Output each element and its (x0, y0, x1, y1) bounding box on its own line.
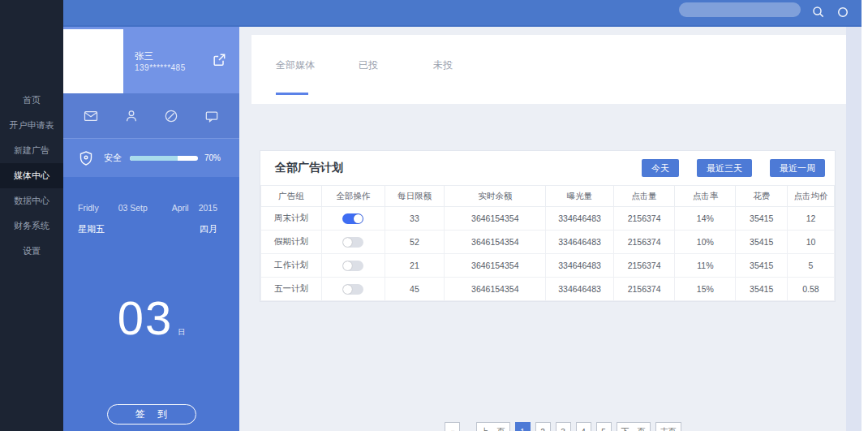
quick-icons-row (63, 93, 239, 138)
cell-ctr: 15% (675, 278, 736, 301)
table-header-row: 广告组全部操作每日限额实时余额曝光量点击量点击率花费点击均价 (261, 186, 835, 207)
avatar[interactable] (63, 29, 123, 93)
pagination-page-5[interactable]: 5 (596, 422, 612, 431)
month-cn: 四月 (200, 223, 217, 235)
month-en: April (172, 203, 189, 213)
calendar-panel: Fridly 03 Setp April 2015 星期五 四月 03日 签 到 (63, 177, 239, 431)
sidebar-item-1[interactable]: 开户申请表 (0, 113, 63, 138)
weekday-cn: 星期五 (78, 223, 105, 235)
row-toggle[interactable] (342, 213, 363, 224)
cell-plan-name: 假期计划 (261, 231, 322, 254)
search-input[interactable] (679, 2, 801, 17)
ring-icon[interactable] (836, 5, 850, 19)
cell-cost: 35415 (736, 231, 788, 254)
dashboard-root: 首页开户申请表新建广告媒体中心数据中心财务系统设置 张三 139******48… (0, 0, 868, 431)
column-header: 曝光量 (546, 186, 613, 207)
share-icon[interactable] (211, 52, 227, 68)
calendar-row-en: Fridly 03 Setp April 2015 (63, 203, 239, 213)
pagination-page-1[interactable]: 1 (515, 422, 531, 431)
user-icon[interactable] (123, 108, 140, 124)
shield-icon (79, 151, 92, 166)
pagination-first[interactable]: « (445, 422, 460, 431)
pagination-page-4[interactable]: 4 (576, 422, 591, 431)
cell-cost: 35415 (736, 254, 788, 278)
filter-button-0[interactable]: 今天 (642, 159, 679, 177)
cell-daily-limit: 52 (385, 231, 445, 254)
mail-icon[interactable] (83, 108, 99, 124)
column-header: 点击率 (675, 186, 736, 207)
cell-avg-price: 12 (787, 207, 834, 231)
row-toggle[interactable] (342, 284, 363, 295)
filter-button-2[interactable]: 最近一周 (770, 159, 825, 177)
content-area: 全部媒体已投未投 全部广告计划 今天最近三天最近一周 广告组全部操作每日限额实时… (239, 27, 846, 431)
security-row: 安全 70% (63, 138, 239, 177)
row-toggle[interactable] (342, 237, 363, 248)
cell-balance: 3646154354 (445, 207, 546, 231)
profile-panel: 张三 139******485 安全 70% (63, 27, 239, 431)
pagination-prev[interactable]: 上一页 (476, 422, 510, 431)
security-progress (130, 156, 198, 161)
cell-ctr: 14% (675, 207, 736, 231)
page-edge (862, 0, 868, 431)
tab-2[interactable]: 未投 (433, 58, 453, 95)
table-row: 假期计划523646154354334646483215637410%35415… (261, 231, 835, 254)
cell-plan-name: 周末计划 (261, 207, 322, 231)
sidebar-item-0[interactable]: 首页 (0, 88, 63, 113)
pagination-page-2[interactable]: 2 (535, 422, 551, 431)
cell-exposure: 334646483 (546, 207, 613, 231)
card-title: 全部广告计划 (275, 161, 343, 175)
filter-button-1[interactable]: 最近三天 (697, 159, 752, 177)
table-row: 工作计划213646154354334646483215637411%35415… (261, 254, 835, 278)
column-header: 点击量 (613, 186, 675, 207)
cell-balance: 3646154354 (445, 254, 546, 278)
search-icon[interactable] (811, 5, 826, 19)
tab-1[interactable]: 已投 (359, 58, 378, 95)
security-progress-fill (130, 156, 178, 161)
sign-in-button[interactable]: 签 到 (107, 404, 196, 425)
cell-exposure: 334646483 (546, 278, 613, 301)
column-header: 全部操作 (321, 186, 385, 207)
pagination-last[interactable]: 末页 (655, 422, 681, 431)
cell-plan-name: 工作计划 (261, 254, 322, 278)
row-toggle[interactable] (342, 261, 363, 271)
column-header: 花费 (736, 186, 788, 207)
cell-cost: 35415 (736, 278, 788, 301)
pagination-next[interactable]: 下一页 (617, 422, 651, 431)
security-percent: 70% (204, 153, 221, 162)
user-profile-card: 张三 139******485 (63, 27, 239, 93)
sidebar-item-2[interactable]: 新建广告 (0, 138, 63, 163)
cell-plan-name: 五一计划 (261, 278, 322, 301)
scrollbar[interactable] (846, 27, 862, 431)
cell-toggle (321, 278, 385, 301)
cell-avg-price: 5 (787, 254, 834, 278)
table-body: 周末计划333646154354334646483215637414%35415… (261, 207, 835, 301)
card-header: 全部广告计划 今天最近三天最近一周 (260, 151, 835, 185)
column-header: 广告组 (261, 186, 322, 207)
cell-toggle (321, 254, 385, 278)
pagination-page-3[interactable]: 3 (556, 422, 571, 431)
weekday-en: Fridly (78, 203, 99, 213)
media-tabs: 全部媒体已投未投 (251, 35, 846, 104)
table-row: 五一计划453646154354334646483215637415%35415… (261, 278, 835, 301)
toggle-knob (354, 214, 363, 223)
cell-avg-price: 0.58 (787, 278, 834, 301)
tab-0[interactable]: 全部媒体 (276, 58, 315, 95)
sidebar-item-5[interactable]: 财务系统 (0, 213, 63, 239)
cell-clicks: 2156374 (613, 231, 675, 254)
sidebar-item-3[interactable]: 媒体中心 (0, 163, 63, 188)
column-header: 每日限额 (385, 186, 445, 207)
compass-icon[interactable] (163, 108, 179, 124)
security-label: 安全 (104, 152, 122, 164)
sidebar-item-4[interactable]: 数据中心 (0, 188, 63, 213)
toggle-knob (343, 285, 352, 294)
sidebar-item-6[interactable]: 设置 (0, 239, 63, 264)
cell-toggle (321, 207, 385, 231)
year: 2015 (199, 203, 217, 213)
cell-ctr: 10% (675, 231, 736, 254)
chat-icon[interactable] (204, 108, 220, 124)
main-content: 全部媒体已投未投 全部广告计划 今天最近三天最近一周 广告组全部操作每日限额实时… (239, 27, 868, 431)
day-number: 03日 (63, 291, 239, 345)
user-phone: 139******485 (135, 63, 186, 72)
cell-balance: 3646154354 (445, 278, 546, 301)
ad-plans-card: 全部广告计划 今天最近三天最近一周 广告组全部操作每日限额实时余额曝光量点击量点… (260, 150, 836, 302)
